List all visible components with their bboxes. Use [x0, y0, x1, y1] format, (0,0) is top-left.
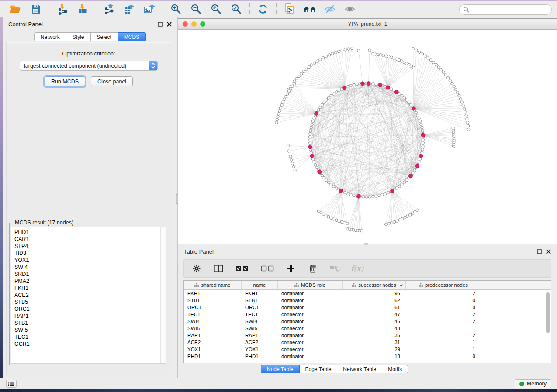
- table-row[interactable]: PHD1PHD1dominator180: [184, 353, 551, 360]
- table-scrollbar[interactable]: [545, 291, 550, 361]
- table-cell[interactable]: connector: [278, 312, 343, 317]
- table-row[interactable]: SWI5SWI5connector431: [184, 325, 551, 332]
- mcds-result-item[interactable]: GCR1: [11, 340, 166, 347]
- table-cell[interactable]: 46: [343, 319, 406, 324]
- table-row[interactable]: YOX1YOX1connector291: [184, 346, 551, 353]
- table-cell[interactable]: RAP1: [242, 333, 278, 338]
- table-cell[interactable]: 61: [343, 305, 406, 310]
- table-row[interactable]: SWI4SWI4dominator462: [184, 318, 551, 325]
- column-header-name[interactable]: name: [242, 281, 278, 289]
- mcds-result-item[interactable]: RAP1: [11, 313, 166, 320]
- mcds-result-item[interactable]: PMA2: [11, 278, 166, 285]
- table-cell[interactable]: 1: [406, 326, 481, 331]
- import-network-icon[interactable]: [54, 2, 71, 16]
- table-cell[interactable]: dominator: [278, 298, 343, 303]
- table-cell[interactable]: 62: [343, 298, 406, 303]
- table-cell[interactable]: 0: [406, 305, 481, 310]
- search-field[interactable]: [459, 4, 552, 15]
- table-cell[interactable]: TEC1: [242, 312, 278, 317]
- mcds-result-item[interactable]: ACE2: [11, 292, 166, 299]
- mcds-result-item[interactable]: STP4: [11, 243, 166, 250]
- mcds-result-item[interactable]: FKH1: [11, 285, 166, 292]
- mcds-result-item[interactable]: STB1: [11, 320, 166, 327]
- tab-network[interactable]: Network: [34, 32, 66, 41]
- table-cell[interactable]: 96: [343, 291, 406, 296]
- table-row[interactable]: FKH1FKH1dominator962: [184, 290, 551, 297]
- table-cell[interactable]: PHD1: [242, 354, 278, 359]
- close-table-panel-icon[interactable]: [546, 249, 551, 254]
- tab-node-table[interactable]: Node Table: [261, 365, 300, 373]
- deselect-all-checkboxes-icon[interactable]: [260, 263, 275, 274]
- table-cell[interactable]: YOX1: [242, 347, 278, 352]
- table-cell[interactable]: 31: [343, 340, 406, 345]
- hide-selected-icon[interactable]: [321, 2, 339, 16]
- table-cell[interactable]: RAP1: [184, 333, 242, 338]
- mcds-result-item[interactable]: TID3: [11, 250, 166, 257]
- tab-mcds[interactable]: MCDS: [118, 32, 146, 41]
- table-cell[interactable]: 47: [343, 312, 406, 317]
- table-cell[interactable]: connector: [278, 326, 343, 331]
- table-cell[interactable]: FKH1: [242, 291, 278, 296]
- export-network-icon[interactable]: [100, 2, 118, 16]
- column-header-shared-name[interactable]: shared name: [184, 281, 242, 289]
- table-cell[interactable]: ORC1: [184, 305, 242, 310]
- table-cell[interactable]: 0: [406, 298, 481, 303]
- mcds-result-item[interactable]: TEC1: [11, 334, 166, 340]
- search-input[interactable]: [471, 7, 551, 13]
- table-cell[interactable]: 43: [343, 326, 406, 331]
- add-column-icon[interactable]: [285, 263, 297, 274]
- select-all-checkboxes-icon[interactable]: [235, 263, 249, 274]
- tab-edge-table[interactable]: Edge Table: [300, 365, 338, 373]
- table-row[interactable]: RAP1RAP1dominator352: [184, 332, 551, 339]
- export-table-icon[interactable]: [121, 2, 138, 16]
- table-cell[interactable]: FKH1: [184, 291, 242, 296]
- mcds-result-item[interactable]: PHD1: [11, 229, 166, 236]
- table-cell[interactable]: SWI4: [242, 319, 278, 324]
- float-table-panel-icon[interactable]: [537, 249, 542, 254]
- task-history-button[interactable]: [6, 380, 17, 388]
- table-cell[interactable]: SWI5: [184, 326, 242, 331]
- close-panel-icon[interactable]: [167, 22, 172, 27]
- table-cell[interactable]: dominator: [278, 305, 343, 310]
- table-cell[interactable]: 2: [406, 312, 481, 317]
- table-cell[interactable]: dominator: [278, 333, 343, 338]
- table-cell[interactable]: YOX1: [184, 347, 242, 352]
- table-cell[interactable]: TEC1: [184, 312, 242, 317]
- column-header-MCDS-role[interactable]: MCDS role: [278, 281, 343, 289]
- mcds-result-item[interactable]: SWI4: [11, 264, 166, 271]
- table-cell[interactable]: 2: [406, 291, 481, 296]
- column-header-predecessor-nodes[interactable]: predecessor nodes: [406, 281, 481, 289]
- tab-network-table[interactable]: Network Table: [337, 365, 382, 373]
- optimization-criterion-dropdown[interactable]: largest connected component (undirected): [20, 61, 158, 71]
- zoom-fit-icon[interactable]: [208, 2, 225, 16]
- mcds-result-item[interactable]: CAR1: [11, 236, 166, 243]
- float-window-icon[interactable]: [158, 22, 163, 27]
- mcds-result-list[interactable]: PHD1CAR1STP4TID3YOX1SWI4SRD1PMA2FKH1ACE2…: [11, 227, 166, 364]
- table-row[interactable]: TEC1TEC1connector472: [184, 311, 551, 318]
- zoom-in-icon[interactable]: [167, 2, 185, 16]
- duplicate-network-icon[interactable]: [281, 2, 298, 16]
- table-row[interactable]: ORC1ORC1dominator610: [184, 304, 551, 311]
- column-header-successor-nodes[interactable]: successor nodes: [343, 281, 406, 289]
- table-cell[interactable]: SWI4: [184, 319, 242, 324]
- table-cell[interactable]: 0: [406, 354, 481, 359]
- first-neighbors-icon[interactable]: [301, 2, 318, 16]
- table-cell[interactable]: SWI5: [242, 326, 278, 331]
- table-cell[interactable]: 1: [406, 347, 481, 352]
- mcds-list-scrollbar[interactable]: [160, 227, 166, 363]
- table-row[interactable]: ACE2ACE2connector311: [184, 339, 551, 346]
- table-row[interactable]: STB1STB1dominator620: [184, 297, 551, 304]
- memory-button[interactable]: Memory: [515, 379, 551, 388]
- mcds-result-item[interactable]: STB5: [11, 299, 166, 306]
- network-canvas[interactable]: [178, 30, 557, 244]
- table-cell[interactable]: connector: [278, 347, 343, 352]
- mcds-result-item[interactable]: SWI5: [11, 327, 166, 334]
- tab-style[interactable]: Style: [66, 32, 91, 41]
- table-cell[interactable]: 2: [406, 333, 481, 338]
- table-cell[interactable]: STB1: [242, 298, 278, 303]
- delete-column-icon[interactable]: [307, 263, 318, 274]
- run-mcds-button[interactable]: Run MCDS: [45, 76, 85, 86]
- network-window-titlebar[interactable]: YPA_prune.txt_1: [178, 19, 557, 30]
- open-file-icon[interactable]: [7, 2, 24, 16]
- table-cell[interactable]: dominator: [278, 291, 343, 296]
